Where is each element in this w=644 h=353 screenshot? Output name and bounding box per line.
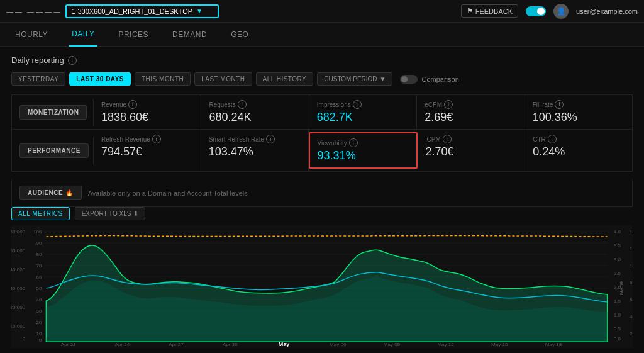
svg-text:2.5: 2.5 bbox=[614, 271, 621, 276]
svg-text:40,000: 40,000 bbox=[11, 267, 26, 272]
chevron-down-icon: ▼ bbox=[380, 76, 386, 82]
svg-text:May 06: May 06 bbox=[330, 342, 347, 347]
refresh-revenue-label: Refresh Revenue i bbox=[101, 135, 193, 143]
svg-text:3.0: 3.0 bbox=[614, 257, 621, 262]
svg-text:0: 0 bbox=[23, 336, 26, 342]
svg-text:30,000: 30,000 bbox=[11, 286, 26, 291]
metric-refresh-revenue: Refresh Revenue i 794.57€ bbox=[94, 130, 201, 171]
svg-text:Apr 30: Apr 30 bbox=[223, 342, 238, 347]
breadcrumb2: — — — — bbox=[27, 8, 60, 15]
ad-selector-label: 1 300X600_AD_RIGHT_01_DESKTOP bbox=[72, 8, 192, 15]
tab-hourly[interactable]: HOURLY bbox=[13, 23, 50, 47]
avatar: 👤 bbox=[553, 4, 569, 19]
impressions-info-icon: i bbox=[353, 100, 362, 109]
svg-text:1.0: 1.0 bbox=[614, 312, 621, 318]
top-bar-left: — — — — — — 1 300X600_AD_RIGHT_01_DESKTO… bbox=[6, 4, 219, 18]
btn-allhistory[interactable]: ALL HISTORY bbox=[256, 72, 314, 86]
username: user@example.com bbox=[576, 8, 638, 15]
metrics-container: MONETIZATION Revenue i 1838.60€ Requests… bbox=[11, 94, 633, 172]
monetization-row: MONETIZATION Revenue i 1838.60€ Requests… bbox=[11, 94, 633, 129]
requests-value: 680.24K bbox=[209, 111, 301, 124]
monetization-label-cell: MONETIZATION bbox=[12, 99, 94, 126]
svg-text:30: 30 bbox=[36, 308, 42, 314]
svg-text:0.0: 0.0 bbox=[614, 336, 621, 342]
performance-row: PERFORMANCE Refresh Revenue i 794.57€ Sm… bbox=[11, 129, 633, 172]
svg-text:10,000: 10,000 bbox=[11, 323, 26, 329]
impressions-label: Impressions i bbox=[317, 100, 409, 109]
chart-wrapper: 100 90 80 70 60 50 40 30 20 10 0 4.0 3.5… bbox=[11, 225, 633, 348]
svg-text:100: 100 bbox=[630, 263, 633, 269]
revenue-value: 1838.60€ bbox=[101, 111, 193, 124]
chart-area: ALL METRICS EXPORT TO XLS ⬇ bbox=[11, 207, 633, 348]
download-icon: ⬇ bbox=[133, 210, 138, 217]
metric-ecpm: eCPM i 2.69€ bbox=[417, 95, 525, 129]
viewability-label: Viewability i bbox=[318, 138, 409, 147]
ad-selector-dropdown[interactable]: 1 300X600_AD_RIGHT_01_DESKTOP ▼ bbox=[65, 4, 219, 18]
svg-text:Apr 24: Apr 24 bbox=[115, 342, 130, 347]
metric-fillrate: Fill rate i 100.36% bbox=[525, 95, 632, 129]
btn-last30[interactable]: LAST 30 DAYS bbox=[69, 72, 131, 86]
monetization-button[interactable]: MONETIZATION bbox=[19, 105, 87, 120]
svg-text:May 09: May 09 bbox=[384, 342, 401, 347]
viewability-info-icon: i bbox=[349, 138, 358, 147]
performance-button[interactable]: PERFORMANCE bbox=[19, 143, 89, 158]
export-button[interactable]: EXPORT TO XLS ⬇ bbox=[75, 207, 146, 220]
svg-text:80: 80 bbox=[630, 280, 633, 286]
impressions-value: 682.7K bbox=[317, 111, 409, 124]
section-title: Daily reporting i bbox=[11, 55, 633, 65]
svg-text:4.0: 4.0 bbox=[614, 229, 621, 235]
icpm-info-icon: i bbox=[443, 135, 452, 143]
chart-toolbar: ALL METRICS EXPORT TO XLS ⬇ bbox=[11, 207, 633, 220]
top-bar: — — — — — — 1 300X600_AD_RIGHT_01_DESKTO… bbox=[0, 0, 644, 23]
svg-text:60,000: 60,000 bbox=[11, 229, 26, 235]
svg-text:50,000: 50,000 bbox=[11, 248, 26, 254]
metric-viewability: Viewability i 93.31% bbox=[309, 132, 418, 169]
svg-text:May: May bbox=[279, 341, 290, 347]
svg-text:10: 10 bbox=[36, 331, 42, 337]
metric-icpm: iCPM i 2.70€ bbox=[418, 130, 525, 171]
svg-text:60: 60 bbox=[36, 274, 42, 280]
top-toggle[interactable] bbox=[526, 6, 546, 16]
btn-yesterday[interactable]: YESTERDAY bbox=[11, 72, 65, 86]
svg-text:80: 80 bbox=[36, 252, 42, 257]
main-content: Daily reporting i YESTERDAY LAST 30 DAYS… bbox=[0, 47, 644, 353]
svg-text:20: 20 bbox=[630, 331, 633, 337]
ecpm-label: eCPM i bbox=[425, 100, 516, 109]
tab-demand[interactable]: DEMAND bbox=[170, 23, 209, 47]
tab-prices[interactable]: PRICES bbox=[116, 23, 151, 47]
svg-text:May 12: May 12 bbox=[437, 342, 454, 347]
fire-icon: 🔥 bbox=[65, 189, 74, 196]
audience-button[interactable]: AUDIENCE 🔥 bbox=[19, 186, 82, 200]
svg-text:50: 50 bbox=[36, 286, 42, 291]
btn-lastmonth[interactable]: LAST MONTH bbox=[194, 72, 252, 86]
comparison-switch[interactable] bbox=[400, 75, 418, 84]
comparison-toggle: Comparison bbox=[400, 75, 458, 84]
svg-text:Apr 27: Apr 27 bbox=[169, 342, 184, 347]
breadcrumb1: — — bbox=[6, 8, 22, 15]
svg-text:0.5: 0.5 bbox=[614, 326, 621, 332]
svg-text:70: 70 bbox=[36, 263, 42, 269]
btn-custom-period[interactable]: CUSTOM PERIOD ▼ bbox=[317, 72, 392, 86]
requests-label: Requests i bbox=[209, 100, 301, 109]
svg-text:May 15: May 15 bbox=[491, 342, 508, 347]
tab-daily[interactable]: DAILY bbox=[69, 23, 97, 47]
feedback-button[interactable]: ⚑ FEEDBACK bbox=[461, 4, 518, 18]
nav-tabs: HOURLY DAILY PRICES DEMAND GEO bbox=[0, 23, 644, 47]
btn-thismonth[interactable]: THIS MONTH bbox=[135, 72, 191, 86]
svg-text:Apr 21: Apr 21 bbox=[61, 342, 76, 347]
top-bar-right: ⚑ FEEDBACK 👤 user@example.com bbox=[461, 4, 638, 19]
svg-text:0: 0 bbox=[39, 337, 42, 343]
audience-row: AUDIENCE 🔥 Available only on a Domain an… bbox=[11, 179, 633, 207]
svg-text:100: 100 bbox=[33, 229, 42, 235]
metric-impressions: Impressions i 682.7K bbox=[309, 95, 417, 129]
metric-ctr: CTR i 0.24% bbox=[525, 130, 632, 171]
all-metrics-button[interactable]: ALL METRICS bbox=[11, 207, 70, 220]
fillrate-label: Fill rate i bbox=[533, 100, 625, 109]
svg-text:3.5: 3.5 bbox=[614, 243, 621, 249]
tab-geo[interactable]: GEO bbox=[228, 23, 251, 47]
audience-message: Available only on a Domain and Account T… bbox=[88, 189, 248, 197]
ctr-value: 0.24% bbox=[533, 145, 625, 159]
svg-text:40: 40 bbox=[36, 297, 42, 303]
monetization-cells: Revenue i 1838.60€ Requests i 680.24K Im… bbox=[94, 95, 632, 129]
metric-revenue: Revenue i 1838.60€ bbox=[94, 95, 201, 129]
